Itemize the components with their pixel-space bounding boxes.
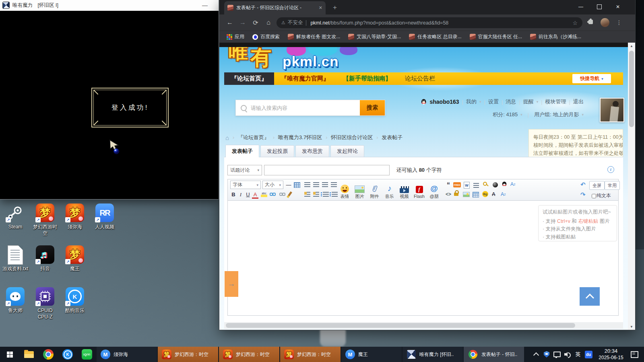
window-maximize-button[interactable]	[590, 0, 609, 14]
side-panel-toggle[interactable]: →	[225, 271, 238, 297]
taskbar-app-browser[interactable]: 发表帖子 - 怀旧..	[464, 347, 524, 362]
strikethrough-icon[interactable]: A	[492, 191, 495, 197]
desktop-icon-cpuz[interactable]: ↗ CPUID CPU-Z	[31, 287, 59, 320]
breadcrumb-forum-home[interactable]: 『论坛首页』	[238, 134, 269, 141]
align-right-icon[interactable]	[322, 182, 328, 187]
home-icon[interactable]: ⌂	[225, 134, 229, 141]
bold-icon[interactable]: B	[230, 191, 237, 197]
image-import-icon[interactable]	[463, 192, 470, 197]
bookmark-item[interactable]: 解放者任务 图文攻...	[288, 33, 340, 40]
user-link-logout[interactable]: 退出	[573, 98, 584, 105]
remove-link-icon[interactable]	[279, 193, 286, 196]
bookmark-item[interactable]: 官服大陆任务区 任...	[470, 33, 522, 40]
start-button[interactable]	[0, 347, 19, 362]
topic-category-select[interactable]: 话题讨论 ▾	[227, 165, 262, 175]
nav-newbie-guide[interactable]: 【新手帮助指南】	[336, 72, 398, 85]
tray-shield-icon[interactable]	[541, 347, 552, 362]
tray-ime-icon[interactable]: du	[583, 347, 594, 362]
taskbar-iqiyi[interactable]: IQIYI	[77, 347, 97, 362]
browser-menu-icon[interactable]: ⋮	[615, 18, 623, 27]
horizontal-rule-icon[interactable]: —	[285, 181, 292, 189]
fullscreen-button[interactable]: 全屏	[589, 181, 605, 190]
bookmark-item[interactable]: 百度搜索	[252, 33, 280, 40]
insert-image-button[interactable]: 图片	[352, 180, 367, 200]
site-logo[interactable]: 唯 有 pkml.cn	[225, 47, 370, 72]
code-icon[interactable]: <>	[445, 191, 452, 197]
bookmark-apps[interactable]: 应用	[227, 33, 244, 40]
browser-tab[interactable]: 发表帖子 - 怀旧区综合讨论区 - ✕	[224, 1, 326, 14]
taskbar-app-game[interactable]: 唯有魔力 [怀旧..	[402, 347, 463, 362]
search-button[interactable]: 搜索	[360, 100, 385, 115]
superscript-icon[interactable]: A2	[501, 191, 506, 197]
user-link-messages[interactable]: 消息	[506, 98, 516, 105]
taskbar-app-mowang[interactable]: M 魔王	[341, 347, 402, 362]
username[interactable]: shaobo163	[429, 99, 459, 105]
home-icon[interactable]: ⌂	[264, 18, 273, 27]
desktop-icon-game-notes-txt[interactable]: 游戏资料.txt	[1, 245, 29, 272]
action-center-icon[interactable]	[631, 351, 638, 358]
horizontal-scrollbar[interactable]	[224, 322, 623, 329]
insert-flash-button[interactable]: f Flash	[412, 180, 427, 200]
reload-icon[interactable]: ⟳	[251, 18, 260, 27]
taskbar-app-menghuan-3[interactable]: 梦 梦幻西游：时空	[280, 347, 341, 362]
tray-chevron-icon[interactable]	[531, 347, 541, 362]
tab-new-post[interactable]: 发表帖子	[225, 145, 259, 157]
info-icon[interactable]: i	[607, 166, 614, 173]
game-window-titlebar[interactable]: 唯有魔力 [怀旧区 I] —	[0, 0, 219, 11]
underline-icon[interactable]: U	[245, 191, 251, 197]
desktop-icon-ludashi[interactable]: ↗ 鲁大师	[1, 287, 29, 314]
tray-display-icon[interactable]	[552, 347, 562, 362]
search-input[interactable]	[250, 105, 344, 111]
insert-link-icon[interactable]	[270, 193, 276, 196]
user-link-reminders[interactable]: 提醒	[523, 98, 534, 105]
scroll-up-icon[interactable]: ▲	[628, 43, 635, 49]
breadcrumb-board[interactable]: 怀旧区综合讨论区	[331, 134, 373, 141]
tray-volume-icon[interactable]	[562, 347, 573, 362]
scroll-down-icon[interactable]: ▼	[628, 323, 635, 330]
plain-text-checkbox[interactable]	[592, 194, 596, 198]
nav-official-site[interactable]: 『唯有魔力官网』	[274, 72, 336, 85]
ordered-list-icon[interactable]	[323, 192, 329, 197]
align-center-icon[interactable]	[313, 182, 319, 187]
italic-icon[interactable]: I	[237, 191, 244, 198]
nav-forum-home[interactable]: 『论坛首页』	[224, 72, 274, 85]
insert-music-button[interactable]: ♪ 音乐	[382, 180, 397, 200]
horizontal-scrollbar-thumb[interactable]	[226, 323, 575, 328]
font-size-select[interactable]: 大小▾	[262, 181, 283, 189]
desktop-icon-steam[interactable]: ↗ Steam	[1, 204, 29, 230]
window-minimize-button[interactable]: —	[572, 0, 590, 14]
unordered-list-icon[interactable]	[332, 192, 338, 197]
taskbar-explorer[interactable]	[19, 347, 39, 362]
common-button[interactable]: 常用	[605, 181, 620, 190]
window-close-button[interactable]: ✕	[609, 0, 627, 14]
indent-icon[interactable]	[473, 183, 479, 188]
user-avatar[interactable]	[600, 98, 624, 122]
vertical-scrollbar[interactable]: ▲ ▼	[628, 43, 635, 330]
insert-table-icon[interactable]	[294, 182, 300, 188]
back-icon[interactable]: ←	[225, 18, 235, 27]
bookmark-star-icon[interactable]: ☆	[572, 20, 578, 26]
permission-key-icon[interactable]	[483, 182, 489, 187]
redo-icon[interactable]: ↷	[580, 191, 586, 198]
tab-new-reward[interactable]: 发布悬赏	[295, 145, 329, 157]
tab-new-debate[interactable]: 发起辩论	[330, 145, 364, 157]
game-minimize-button[interactable]: —	[197, 0, 213, 10]
vertical-scrollbar-thumb[interactable]	[629, 51, 634, 127]
insert-smiley-button[interactable]: 表情	[337, 180, 352, 200]
align-left-icon[interactable]	[304, 182, 310, 187]
bookmark-item[interactable]: 前往东岛（沙滩练...	[530, 33, 581, 40]
float-image-left-icon[interactable]	[304, 192, 310, 197]
forward-icon[interactable]: →	[238, 18, 248, 27]
desktop-icon-renren-video[interactable]: RR ↗ 人人视频	[91, 204, 119, 230]
taskbar-app-menghuan-1[interactable]: 梦 梦幻西游：时空	[158, 347, 218, 362]
taskbar-chrome[interactable]	[39, 347, 58, 362]
new-tab-button[interactable]: +	[330, 3, 339, 12]
tray-language-indicator[interactable]: 英	[573, 351, 583, 358]
highlight-pen-icon[interactable]: abc	[261, 192, 267, 197]
user-link-mine[interactable]: 我的	[466, 98, 477, 105]
free-tag-icon[interactable]: FREE	[453, 182, 461, 187]
taskbar-kugou[interactable]: K	[58, 347, 77, 362]
back-to-top-button[interactable]	[580, 287, 600, 306]
desktop-icon-mowang[interactable]: 梦 ↗ 魔王	[61, 245, 89, 272]
desktop-icon-kugou[interactable]: K ↗ 酷狗音乐	[61, 287, 89, 314]
